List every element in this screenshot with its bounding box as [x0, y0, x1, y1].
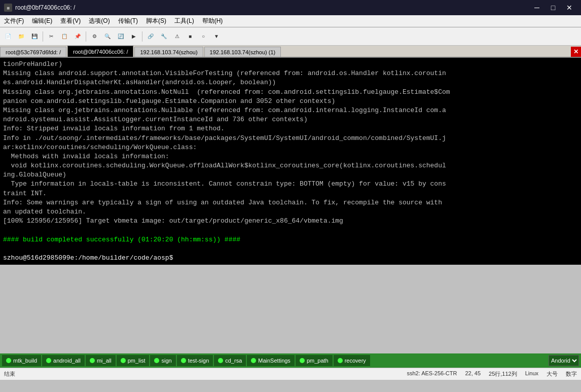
bottom-tab-mainsettings[interactable]: MainSettings: [247, 355, 295, 366]
bottom-tab-label-5: test-sign: [188, 358, 209, 364]
bottom-tab-recovery[interactable]: recovery: [334, 355, 370, 366]
toolbar-sep-2: [86, 31, 86, 42]
bottom-tab-mi-all[interactable]: mi_all: [86, 355, 116, 366]
bottom-tab-dot-9: [338, 358, 343, 363]
tab-0[interactable]: root@53c7697d6fdd: /: [0, 47, 66, 57]
bottom-tab-label-8: pm_path: [307, 358, 329, 364]
toolbar-paste[interactable]: 📌: [71, 30, 84, 43]
status-lines: 25行,112列: [489, 370, 517, 378]
tab-2[interactable]: 192.168.103.74(szhou): [134, 47, 203, 57]
toolbar-btn8[interactable]: ■: [184, 30, 196, 43]
terminal[interactable]: tionPreHandler) Missing class android.su…: [0, 58, 581, 265]
bottom-tab-dot-1: [46, 358, 51, 363]
menu-help[interactable]: 帮助(H): [198, 15, 227, 27]
bottom-tab-dot-8: [300, 358, 305, 363]
toolbar-sep-1: [43, 31, 43, 42]
toolbar-btn4[interactable]: ▶: [128, 30, 140, 43]
bottom-tab-cd-rsa[interactable]: cd_rsa: [214, 355, 246, 366]
menu-file[interactable]: 文件(F): [0, 15, 28, 27]
terminal-container: tionPreHandler) Missing class android.su…: [0, 58, 581, 353]
minimize-button[interactable]: ─: [529, 0, 544, 15]
menu-options[interactable]: 选项(O): [85, 15, 114, 27]
window-title: root@0bf74006cc06: /: [15, 4, 529, 11]
bottom-tab-sign[interactable]: sign: [150, 355, 175, 366]
status-size: 大号: [547, 370, 558, 378]
bottom-tab-dot-3: [121, 358, 126, 363]
bottom-tab-label-3: pm_list: [128, 358, 146, 364]
app-icon: ■: [4, 4, 12, 12]
tab-bar: root@53c7697d6fdd: / root@0bf74006cc06: …: [0, 46, 581, 58]
status-os: Linux: [525, 370, 538, 378]
toolbar-btn5[interactable]: 🔗: [144, 30, 157, 43]
maximize-button[interactable]: □: [546, 0, 561, 15]
bottom-tab-dot-0: [6, 358, 11, 363]
bottom-tab-mtk-build[interactable]: mtk_build: [2, 355, 41, 366]
toolbar: 📄 📁 💾 ✂ 📋 📌 ⚙ 🔍 🔄 ▶ 🔗 🔧 ⚠ ■ ○ ▼: [0, 27, 581, 46]
bottom-tab-pm-list[interactable]: pm_list: [117, 355, 150, 366]
toolbar-btn10[interactable]: ▼: [210, 30, 223, 43]
bottom-tab-select[interactable]: Andorid: [549, 355, 579, 366]
tab-3[interactable]: 192.168.103.74(szhou) (1): [204, 47, 281, 57]
bottom-tab-dot-4: [154, 358, 159, 363]
toolbar-open[interactable]: 📁: [15, 30, 27, 43]
status-encoding: 数字: [566, 370, 577, 378]
bottom-tab-dot-6: [218, 358, 223, 363]
toolbar-cut[interactable]: ✂: [45, 30, 57, 43]
tab-close-all-button[interactable]: ✕: [571, 47, 581, 57]
status-info: ssh2: AES-256-CTR 22, 45 25行,112列 Linux …: [407, 370, 577, 378]
toolbar-sep-3: [142, 31, 142, 42]
toolbar-btn1[interactable]: ⚙: [88, 30, 100, 43]
bottom-tab-test-sign[interactable]: test-sign: [177, 355, 213, 366]
bottom-tab-android-all[interactable]: android_all: [42, 355, 85, 366]
title-bar: ■ root@0bf74006cc06: / ─ □ ✕: [0, 0, 581, 15]
menu-transfer[interactable]: 传输(T): [114, 15, 142, 27]
menu-view[interactable]: 查看(V): [56, 15, 85, 27]
bottom-tab-bar: mtk_buildandroid_allmi_allpm_listsigntes…: [0, 353, 581, 368]
bottom-tab-label-0: mtk_build: [13, 358, 37, 364]
bottom-tab-pm-path[interactable]: pm_path: [296, 355, 333, 366]
toolbar-save[interactable]: 💾: [28, 30, 41, 43]
status-bar: 结束 ssh2: AES-256-CTR 22, 45 25行,112列 Lin…: [0, 368, 581, 380]
toolbar-new[interactable]: 📄: [2, 30, 14, 43]
bottom-tab-dot-5: [181, 358, 186, 363]
bottom-tab-label-1: android_all: [53, 358, 81, 364]
menu-bar: 文件(F) 编辑(E) 查看(V) 选项(O) 传输(T) 脚本(S) 工具(L…: [0, 15, 581, 27]
toolbar-btn3[interactable]: 🔄: [115, 30, 127, 43]
bottom-tab-dot-2: [90, 358, 95, 363]
menu-tools[interactable]: 工具(L): [170, 15, 198, 27]
menu-script[interactable]: 脚本(S): [142, 15, 170, 27]
bottom-tab-label-6: cd_rsa: [225, 358, 242, 364]
menu-edit[interactable]: 编辑(E): [28, 15, 56, 27]
toolbar-btn9[interactable]: ○: [197, 30, 209, 43]
bottom-tab-dot-7: [251, 358, 256, 363]
status-ssh: ssh2: AES-256-CTR: [407, 370, 457, 378]
toolbar-btn6[interactable]: 🔧: [158, 30, 170, 43]
bottom-tab-label-9: recovery: [345, 358, 366, 364]
bottom-tab-label-2: mi_all: [97, 358, 112, 364]
status-connection: 结束: [4, 370, 15, 378]
toolbar-btn2[interactable]: 🔍: [101, 30, 114, 43]
bottom-tab-label-4: sign: [161, 358, 171, 364]
close-button[interactable]: ✕: [562, 0, 577, 15]
toolbar-copy[interactable]: 📋: [58, 30, 70, 43]
bottom-tab-label-7: MainSettings: [258, 358, 290, 364]
status-position: 22, 45: [465, 370, 481, 378]
tab-1[interactable]: root@0bf74006cc06: /: [67, 46, 133, 57]
window-controls: ─ □ ✕: [529, 0, 577, 15]
toolbar-btn7[interactable]: ⚠: [171, 30, 183, 43]
